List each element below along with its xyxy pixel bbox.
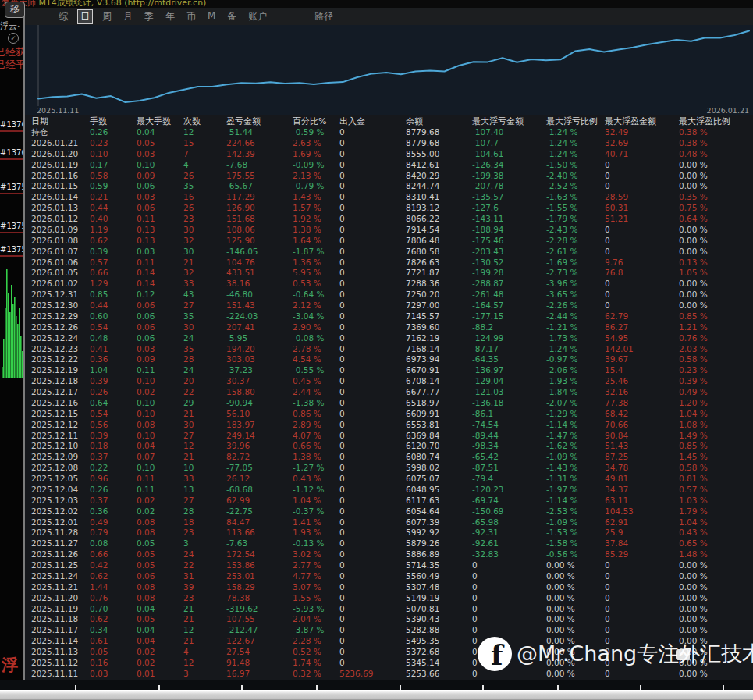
table-cell: 2025.12.10 <box>31 441 90 452</box>
menu-item-年[interactable]: 年 <box>163 9 177 24</box>
table-cell: 5253.66 <box>406 669 472 680</box>
table-cell: 1.38 % <box>293 225 339 236</box>
table-row[interactable]: 2026.01.050.660.1432433.515.95 %07721.87… <box>23 268 753 279</box>
table-cell: 21 <box>183 604 226 615</box>
table-row[interactable]: 2026.01.070.390.0330-146.05-1.87 %07680.… <box>23 247 753 258</box>
table-cell: 5560.49 <box>406 571 472 582</box>
table-row[interactable]: 2025.11.240.620.0631253.014.77 %05560.49… <box>23 571 753 582</box>
menu-item-M[interactable]: M <box>205 9 218 24</box>
table-row[interactable]: 2025.12.191.040.1124-37.23-0.55 %06670.9… <box>23 365 753 376</box>
table-cell: 0 <box>605 279 679 290</box>
table-cell: 24 <box>183 549 226 560</box>
table-row[interactable]: 2025.12.240.480.0624-5.95-0.08 %07162.19… <box>23 333 753 344</box>
table-row[interactable]: 2026.01.080.620.1332125.901.64 %07806.48… <box>23 236 753 247</box>
table-cell: 39.96 <box>226 441 293 452</box>
table-row[interactable]: 2025.11.200.760.082378.381.55 %05149.190… <box>23 593 753 604</box>
table-row[interactable]: 2025.12.010.490.081884.471.41 %06077.39-… <box>23 517 753 528</box>
table-cell: 0 <box>605 160 679 171</box>
table-row[interactable]: 2025.11.280.790.0823113.661.93 %05992.92… <box>23 528 753 538</box>
menu-item-账户[interactable]: 账户 <box>246 9 269 24</box>
move-window-button[interactable]: 移 <box>5 2 25 18</box>
table-row[interactable]: 2025.12.230.410.0335194.202.78 %07168.14… <box>23 344 753 355</box>
table-cell: 0.00 % <box>546 560 605 571</box>
table-cell: 2025.12.30 <box>31 300 90 311</box>
table-cell: -2.43 % <box>546 225 605 236</box>
menu-item-备[interactable]: 备 <box>225 9 239 24</box>
table-row[interactable]: 2025.12.290.600.0635-224.03-3.04 %07145.… <box>23 311 753 322</box>
table-row[interactable]: 2025.12.170.260.0222158.802.44 %06677.77… <box>23 387 753 398</box>
table-row[interactable]: 2026.01.150.590.0635-65.67-0.79 %08244.7… <box>23 181 753 192</box>
table-row[interactable]: 持仓0.260.0412-51.44-0.59 %08779.68-107.40… <box>23 127 753 138</box>
table-row[interactable]: 2025.12.300.440.0627151.432.12 %07297.00… <box>23 300 753 311</box>
table-row[interactable]: 2026.01.210.230.0515224.662.63 %08779.68… <box>23 138 753 149</box>
table-cell: 27.54 <box>226 647 293 658</box>
menu-item-币[interactable]: 币 <box>184 9 198 24</box>
menu-item-周[interactable]: 周 <box>100 9 114 24</box>
menu-item-综[interactable]: 综 <box>56 9 70 24</box>
menu-item-月[interactable]: 月 <box>121 9 135 24</box>
table-row[interactable]: 2025.12.050.960.113326.120.43 %06075.07-… <box>23 474 753 485</box>
table-cell: 2.13 % <box>293 171 339 182</box>
equity-chart[interactable]: 2025.11.11 2026.01.21 <box>25 25 753 115</box>
table-row[interactable]: 2025.12.020.360.0228-22.75-0.37 %06054.6… <box>23 506 753 517</box>
table-row[interactable]: 2026.01.120.400.1123151.681.92 %08066.22… <box>23 214 753 225</box>
table-row[interactable]: 2026.01.130.440.0626126.901.57 %08193.12… <box>23 203 753 214</box>
table-row[interactable]: 2025.12.100.180.041239.960.66 %06120.70-… <box>23 441 753 452</box>
table-cell: -79.4 <box>472 474 546 485</box>
table-cell: 0.39 <box>90 247 137 258</box>
table-cell: 5070.81 <box>406 604 472 615</box>
table-row[interactable]: 2025.11.180.620.0521107.552.04 %05390.43… <box>23 614 753 625</box>
table-cell: 142.01 <box>605 344 679 355</box>
table-row[interactable]: 2026.01.140.210.0316117.291.43 %08310.41… <box>23 192 753 203</box>
table-cell: 2026.01.12 <box>31 214 90 225</box>
table-row[interactable]: 2026.01.021.290.143338.160.53 %07288.36-… <box>23 279 753 290</box>
table-cell: 34.37 <box>605 485 679 496</box>
table-cell: 1.38 % <box>293 452 339 463</box>
menu-item-path[interactable]: 路径 <box>314 10 333 23</box>
table-row[interactable]: 2025.12.310.850.1243-46.80-0.64 %07250.2… <box>23 290 753 300</box>
table-cell: 0.18 <box>90 441 137 452</box>
menu-item-日[interactable]: 日 <box>77 9 93 24</box>
table-row[interactable]: 2025.12.090.370.072182.721.38 %06080.74-… <box>23 452 753 463</box>
table-cell: -77.05 <box>226 463 293 474</box>
table-cell: 249.14 <box>226 431 293 442</box>
table-cell: -1.50 % <box>546 160 605 171</box>
table-row[interactable]: 2025.11.270.080.053-7.63-0.13 %05879.26-… <box>23 538 753 549</box>
table-cell: 77.38 <box>605 398 679 409</box>
table-row[interactable]: 2026.01.160.580.0926175.552.13 %08420.29… <box>23 171 753 182</box>
table-row[interactable]: 2025.11.170.340.0412-212.47-3.87 %05282.… <box>23 625 753 636</box>
table-row[interactable]: 2025.12.160.640.1029-90.94-1.38 %06518.9… <box>23 398 753 409</box>
table-row[interactable]: 2025.12.120.560.0830183.972.89 %06553.81… <box>23 420 753 431</box>
table-cell: 0 <box>339 365 406 376</box>
table-cell: 0.04 <box>137 127 183 138</box>
table-header: 日期手数最大手数次数盈亏金额百分比%出入金余额最大浮亏金额最大浮亏比例最大浮盈金… <box>23 115 753 127</box>
table-cell: 51.21 <box>605 214 679 225</box>
table-row[interactable]: 2026.01.060.570.1121104.761.36 %07826.63… <box>23 258 753 268</box>
table-cell: 2026.01.21 <box>31 138 90 149</box>
table-cell: 0 <box>339 463 406 474</box>
table-row[interactable]: 2025.12.220.360.0928303.034.54 %06973.94… <box>23 354 753 365</box>
table-row[interactable]: 2025.12.110.390.1027249.144.07 %06369.84… <box>23 431 753 442</box>
table-row[interactable]: 2025.11.211.440.0839158.293.07 %05307.48… <box>23 582 753 593</box>
table-row[interactable]: 2025.11.260.660.0524172.543.02 %05886.89… <box>23 549 753 560</box>
column-header: 盈亏金额 <box>226 115 293 127</box>
table-row[interactable]: 2025.12.080.220.1010-77.05-1.27 %05998.0… <box>23 463 753 474</box>
table-row[interactable]: 2025.11.190.700.0421-319.62-5.93 %05070.… <box>23 604 753 615</box>
table-cell: -188.94 <box>472 225 546 236</box>
table-row[interactable]: 2025.12.260.540.0630207.412.90 %07369.60… <box>23 322 753 333</box>
table-row[interactable]: 2025.12.040.260.1113-68.68-1.12 %06048.9… <box>23 485 753 496</box>
table-row[interactable]: 2025.12.030.370.022762.991.04 %06117.63-… <box>23 496 753 506</box>
table-row[interactable]: 2025.11.250.420.0522153.862.77 %05714.35… <box>23 560 753 571</box>
table-cell: 1.79 % <box>679 506 753 517</box>
menu-item-季[interactable]: 季 <box>142 9 156 24</box>
table-cell: 0.05 <box>137 138 183 149</box>
table-row[interactable]: 2026.01.190.170.104-7.68-0.09 %08412.61-… <box>23 160 753 171</box>
table-cell: 2026.01.07 <box>31 247 90 258</box>
table-cell: 16.97 <box>226 669 293 680</box>
table-row[interactable]: 2026.01.091.190.1330108.061.38 %07914.54… <box>23 225 753 236</box>
table-row[interactable]: 2026.01.200.100.037142.391.69 %08555.00-… <box>23 149 753 160</box>
table-row[interactable]: 2025.12.150.540.102156.100.86 %06609.91-… <box>23 409 753 420</box>
table-cell: -107.7 <box>472 138 546 149</box>
table-row[interactable]: 2025.12.180.390.102030.370.45 %06708.14-… <box>23 376 753 387</box>
table-cell: 0.09 <box>137 354 183 365</box>
